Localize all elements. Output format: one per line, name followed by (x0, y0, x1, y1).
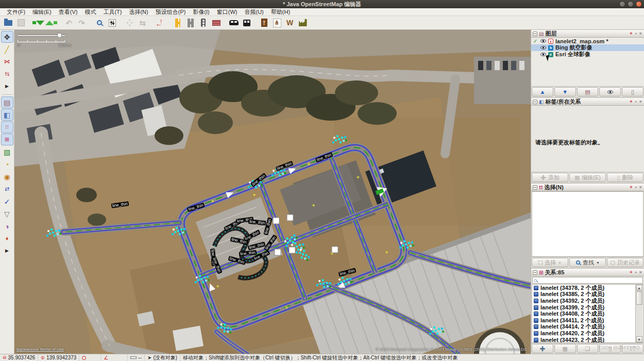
combine-ways-button[interactable]: ⇆ (136, 17, 149, 29)
download-button[interactable] (32, 17, 45, 29)
move-layer-up-button[interactable]: ▲ (532, 87, 553, 96)
eye-icon (607, 90, 613, 94)
collapse-icon[interactable]: − (533, 31, 537, 36)
minimize-button[interactable] (619, 1, 625, 7)
menu-view[interactable]: 查看(V) (55, 8, 81, 16)
add-tag-button[interactable]: ✚ 添加 (532, 173, 568, 182)
door-preset-button[interactable]: ! (258, 17, 270, 29)
close-panel-icon[interactable]: × (639, 185, 642, 190)
waterway-preset-button[interactable]: W (283, 17, 296, 29)
map-view[interactable]: +++ +++ +++ (14, 30, 531, 354)
menu-file[interactable]: 文件(F) (3, 8, 29, 16)
maximize-button[interactable] (628, 1, 634, 7)
map-icon: ▧ (4, 149, 10, 156)
scroll-up-button[interactable]: ▲ (636, 285, 642, 291)
conflicts-toggle-button[interactable]: ⇄ (1, 183, 13, 195)
mappaint-toggle-button[interactable]: ◑ (1, 220, 13, 232)
menu-help[interactable]: 帮助(H) (267, 8, 294, 16)
menu-windows[interactable]: 窗口(W) (213, 8, 241, 16)
upload-button[interactable] (45, 17, 58, 29)
close-panel-icon[interactable]: × (639, 31, 642, 36)
visibility-eye-icon[interactable] (540, 46, 546, 50)
authors-toggle-button[interactable]: ◉ (1, 171, 13, 183)
add-relation-button[interactable]: ✚ (532, 344, 553, 353)
relation-filter-input[interactable] (532, 277, 643, 284)
background-terms-link[interactable]: Background Terms of Use (16, 347, 64, 352)
parking-lot (474, 57, 531, 104)
relation-scrollbar[interactable]: ▲ ▼ (635, 285, 642, 342)
edit-relation-button[interactable]: ▦ (554, 344, 576, 353)
close-button[interactable] (636, 1, 642, 7)
scroll-thumb[interactable] (636, 291, 642, 305)
open-button[interactable] (2, 17, 14, 29)
undo-button[interactable]: ↶ (62, 17, 75, 29)
validator-toggle-button[interactable]: ✓ (1, 195, 13, 207)
bus-preset-button[interactable] (240, 17, 253, 29)
road-preset-button[interactable] (184, 17, 197, 29)
menu-mode[interactable]: 模式 (81, 8, 99, 16)
menu-imagery[interactable]: 影像(I) (189, 8, 213, 16)
close-panel-icon[interactable]: × (639, 100, 642, 104)
man-made-preset-button[interactable] (296, 17, 309, 29)
layers-toggle-button[interactable]: ▤ (1, 96, 13, 108)
move-node-button[interactable]: ←↑ (154, 17, 166, 29)
visibility-eye-icon[interactable] (540, 39, 546, 43)
unselect-nodes-button[interactable]: ⁘ (123, 17, 136, 29)
preferences-button[interactable] (106, 17, 118, 29)
barrier-preset-button[interactable] (210, 17, 223, 29)
notes-toggle-button[interactable]: ♦ (1, 233, 13, 244)
improve-accuracy-tool-button[interactable]: ⋈ (1, 56, 13, 68)
more-tools-button[interactable]: ▶ (1, 80, 13, 92)
menu-edit[interactable]: 编辑(E) (29, 8, 55, 16)
lane-preset-button[interactable] (171, 17, 184, 29)
delete-layer-button[interactable]: ▯ (622, 87, 643, 96)
menu-tools[interactable]: 工具(T) (99, 8, 125, 16)
collapse-icon[interactable]: − (533, 270, 537, 275)
move-tool-button[interactable]: ✥ (1, 31, 13, 43)
pin-icon[interactable]: ▪ (635, 185, 637, 190)
menu-audio[interactable]: 音频(U) (241, 8, 267, 16)
tags-toggle-button[interactable]: ◧ (1, 109, 13, 121)
move-layer-down-button[interactable]: ▼ (554, 87, 576, 96)
menu-selection[interactable]: 选择(N) (125, 8, 151, 16)
pin-icon[interactable]: ▪ (635, 31, 637, 36)
filter-toggle-button[interactable]: ▽ (1, 208, 13, 220)
menu-presets[interactable]: 预设组合(P) (152, 8, 190, 16)
scroll-down-button[interactable]: ▼ (636, 336, 642, 342)
undock-icon[interactable]: + (629, 100, 633, 104)
delete-tag-button[interactable]: ▯ 删除 (607, 173, 643, 182)
pin-icon[interactable]: ▪ (635, 100, 637, 104)
distance-display: -- (128, 354, 145, 361)
show-hide-layer-button[interactable] (599, 87, 621, 96)
draw-node-tool-button[interactable]: ╱ (1, 43, 13, 55)
selection-list[interactable] (532, 191, 643, 257)
undock-icon[interactable]: + (629, 270, 633, 275)
redo-button[interactable]: ↷ (75, 17, 88, 29)
extrude-tool-button[interactable]: ⇆ (1, 68, 13, 80)
command-stack-toggle-button[interactable]: ◔ (1, 158, 13, 170)
undock-icon[interactable]: + (629, 185, 633, 190)
zoom-slider[interactable] (18, 35, 65, 36)
car-preset-button[interactable] (227, 17, 240, 29)
search-objects-button[interactable]: 查找 ▼ (569, 258, 606, 267)
traffic-signal-preset-button[interactable] (197, 17, 210, 29)
close-panel-icon[interactable]: × (639, 270, 642, 275)
search-button[interactable] (93, 17, 106, 29)
latitude-icon: ⊖ (3, 355, 7, 360)
relations-toggle-button[interactable]: ⊞ (1, 134, 13, 145)
undock-icon[interactable]: + (629, 31, 633, 36)
more-panels-button[interactable]: ▶ (1, 245, 13, 257)
selection-toggle-button[interactable]: ⁝⁝ (1, 121, 13, 133)
minimap-toggle-button[interactable]: ▧ (1, 146, 13, 158)
collapse-icon[interactable]: − (533, 100, 537, 104)
selection-mode-button[interactable]: 选择 ▼ (532, 258, 568, 267)
save-button[interactable] (14, 17, 27, 29)
selection-history-button[interactable]: 历史记录 (607, 258, 643, 267)
pin-icon[interactable]: ▪ (635, 270, 637, 275)
collapse-icon[interactable]: − (533, 185, 537, 190)
duplicate-relation-button[interactable]: ❏ (577, 344, 599, 353)
zoom-slider-knob[interactable] (57, 33, 62, 38)
edit-tag-button[interactable]: ▦ 编辑(E) (569, 173, 606, 182)
merge-layer-button[interactable]: ▤ (577, 87, 599, 96)
restaurant-preset-button[interactable]: ⋔ (270, 17, 283, 29)
